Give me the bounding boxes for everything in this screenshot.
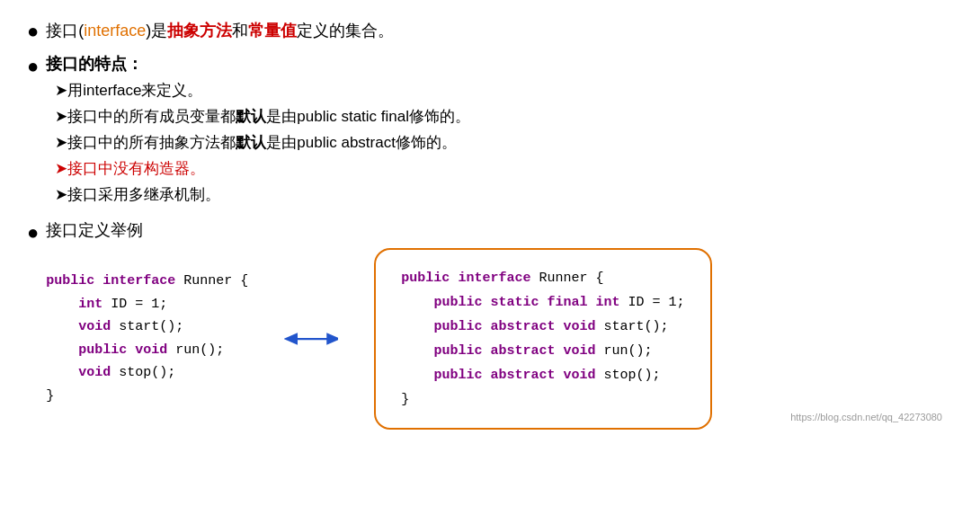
- sub2-default: 默认: [236, 108, 266, 125]
- code-right-line-3: public abstract void start();: [401, 315, 684, 339]
- sub1-text: ➤用interface来定义。: [55, 80, 202, 101]
- code-right-line-4: public abstract void run();: [401, 339, 684, 363]
- bullet-3: ● 接口定义举例 public interface Runner { int I…: [27, 219, 953, 430]
- sub-item-4: ➤接口中没有构造器。: [55, 158, 953, 179]
- text-suffix-1: 定义的集合。: [297, 22, 394, 40]
- bullet-dot-1: ●: [27, 20, 39, 43]
- sub5-text: ➤接口采用多继承机制。: [55, 184, 220, 205]
- code-left-line-1: public interface Runner {: [46, 270, 248, 293]
- code-right-box: public interface Runner { public static …: [374, 248, 711, 430]
- sub3-text: ➤接口中的所有抽象方法都默认是由public abstract修饰的。: [55, 132, 457, 153]
- text-mid-1: )是: [146, 22, 167, 40]
- interface-word: interface: [84, 22, 146, 40]
- bullet-1-content: 接口(interface)是抽象方法和常量值定义的集合。: [46, 18, 953, 44]
- sub-item-5: ➤接口采用多继承机制。: [55, 184, 953, 205]
- bullet-3-label: 接口定义举例: [46, 221, 143, 239]
- code-left-line-4: public void run();: [46, 339, 248, 362]
- code-left-line-2: int ID = 1;: [46, 293, 248, 316]
- bullet-2: ● 接口的特点： ➤用interface来定义。 ➤接口中的所有成员变量都默认是…: [27, 53, 953, 210]
- bullet-1: ● 接口(interface)是抽象方法和常量值定义的集合。: [27, 18, 953, 44]
- sub-item-3: ➤接口中的所有抽象方法都默认是由public abstract修饰的。: [55, 132, 953, 153]
- code-left-line-3: void start();: [46, 315, 248, 339]
- sub-item-1: ➤用interface来定义。: [55, 80, 953, 101]
- code-left-line-6: }: [46, 385, 248, 408]
- bullet-3-content: 接口定义举例 public interface Runner { int ID …: [46, 219, 953, 430]
- bidirectional-arrow: [284, 325, 338, 352]
- bullet-dot-3: ●: [27, 221, 39, 244]
- watermark: https://blog.csdn.net/qq_42273080: [790, 412, 942, 422]
- text-prefix-1: 接口(: [46, 22, 84, 40]
- bullet-2-label: 接口的特点：: [46, 55, 143, 73]
- bullet-dot-2: ●: [27, 55, 39, 78]
- text-and: 和: [232, 22, 248, 40]
- sub2-text: ➤接口中的所有成员变量都默认是由public static final修饰的。: [55, 106, 470, 127]
- arrow-svg: [284, 325, 338, 352]
- code-area: public interface Runner { int ID = 1; vo…: [46, 248, 953, 430]
- sub-item-2: ➤接口中的所有成员变量都默认是由public static final修饰的。: [55, 106, 953, 127]
- code-right-line-1: public interface Runner {: [401, 266, 684, 290]
- code-right-line-5: public abstract void stop();: [401, 363, 684, 387]
- constant-value: 常量值: [248, 22, 297, 40]
- code-left-line-5: void stop();: [46, 361, 248, 385]
- code-right-line-6: }: [401, 387, 684, 412]
- sub3-default: 默认: [236, 134, 266, 151]
- abstract-method: 抽象方法: [167, 22, 232, 40]
- code-left: public interface Runner { int ID = 1; vo…: [46, 270, 248, 407]
- bullet-2-content: 接口的特点： ➤用interface来定义。 ➤接口中的所有成员变量都默认是由p…: [46, 53, 953, 210]
- sub-items: ➤用interface来定义。 ➤接口中的所有成员变量都默认是由public s…: [55, 80, 953, 205]
- sub4-text: ➤接口中没有构造器。: [55, 158, 205, 179]
- code-right-line-2: public static final int ID = 1;: [401, 290, 684, 315]
